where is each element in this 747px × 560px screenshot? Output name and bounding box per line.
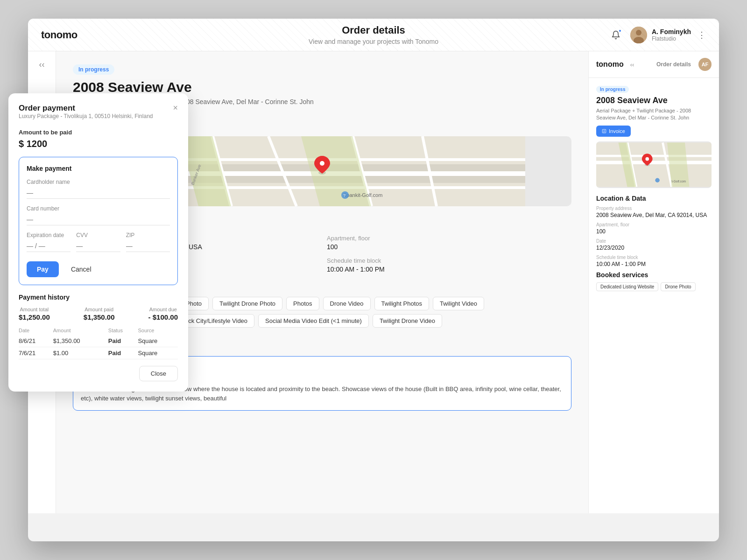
user-name: A. Fominykh	[652, 28, 691, 35]
rp-back-icon[interactable]: ‹‹	[630, 61, 634, 68]
cvv-label: CVV	[76, 232, 120, 238]
svg-text:t-Golf.com: t-Golf.com	[672, 180, 686, 183]
table-row: 7/6/21 $1.00 Paid Square	[19, 347, 178, 359]
close-button[interactable]: Close	[139, 366, 178, 381]
cancel-button[interactable]: Cancel	[63, 261, 99, 277]
row-date: 7/6/21	[19, 347, 53, 359]
row-date: 8/6/21	[19, 335, 53, 347]
service-tag: Twilight Photos	[374, 297, 429, 310]
col-amount: Amount	[53, 326, 108, 335]
header-right: A. Fominykh Flatstudio ⋮	[608, 27, 706, 43]
zip-input[interactable]	[126, 240, 170, 252]
amount-paid-label: Amount paid	[84, 307, 115, 312]
row-source: Square	[138, 335, 178, 347]
svg-rect-13	[596, 142, 712, 187]
order-address-title: 2008 Seaview Ave	[73, 79, 571, 95]
rp-date-value: 12/23/2020	[596, 245, 712, 251]
rp-content: In progress 2008 Seaview Ave Aerial Pack…	[589, 78, 719, 298]
notification-bell[interactable]	[608, 27, 624, 43]
notification-dot	[618, 29, 622, 33]
modal-close-button[interactable]: ×	[173, 104, 178, 112]
service-tag: Drone Video	[323, 297, 371, 310]
history-table: Date Amount Status Source 8/6/21 $1,350.…	[19, 326, 178, 359]
rp-map: t-Golf.com	[596, 141, 712, 188]
rp-apartment-label: Apartment, floor	[596, 222, 712, 227]
apartment-label: Apartment, floor	[327, 235, 571, 242]
row-source: Square	[138, 347, 178, 359]
card-number-input[interactable]	[27, 214, 170, 225]
rp-status-badge: In progress	[596, 86, 629, 93]
row-status: Paid	[108, 335, 138, 347]
amount-to-pay-value: $ 1200	[19, 139, 178, 149]
avatar	[630, 27, 647, 43]
rp-description: Aerial Package + Twilight Package - 2008…	[596, 107, 712, 122]
service-tag: Twilight Drone Photo	[212, 297, 282, 310]
user-role: Flatstudio	[652, 35, 691, 42]
status-badge: In progress	[73, 64, 114, 75]
rp-location-title: Location & Data	[596, 195, 712, 202]
rp-service-tag: Drone Photo	[661, 282, 695, 291]
service-tag: Twilight Drone Video	[373, 314, 442, 328]
rp-service-tag: Dedicated Listing Website	[596, 282, 658, 291]
expiration-label: Expiration date	[27, 232, 70, 238]
amount-total-label: Amount total	[19, 307, 50, 312]
col-date: Date	[19, 326, 53, 335]
svg-point-15	[655, 178, 660, 182]
rp-property-value: 2008 Seaview Ave, Del Mar, CA 92014, USA	[596, 212, 712, 218]
collapse-icon[interactable]: ‹‹	[39, 60, 45, 69]
rp-invoice-button[interactable]: Invoice	[596, 126, 631, 137]
more-options-icon[interactable]: ⋮	[698, 30, 706, 40]
amount-due-label: Amount due	[148, 307, 178, 312]
row-status: Paid	[108, 347, 138, 359]
service-tag: Social Media Video Edit (<1 minute)	[258, 314, 369, 328]
zip-label: ZIP	[126, 232, 170, 238]
service-tag: Twilight Video	[433, 297, 484, 310]
payment-buttons: Pay Cancel	[27, 261, 170, 277]
amount-paid-value: $1,350.00	[84, 313, 115, 321]
rp-location-section: Location & Data Property address 2008 Se…	[596, 195, 712, 267]
card-number-label: Card number	[27, 205, 170, 212]
svg-point-1	[636, 30, 641, 35]
rp-booked-services: Booked services Dedicated Listing Websit…	[596, 271, 712, 291]
card-number-field: Card number	[27, 205, 170, 225]
amount-due-value: - $100.00	[148, 313, 178, 321]
page-title: Order details	[309, 24, 438, 36]
expiration-field: Expiration date	[27, 232, 70, 252]
rp-logo: tonomo	[596, 60, 624, 69]
rp-avatar: AF	[698, 58, 712, 71]
rp-invoice-label: Invoice	[609, 128, 625, 134]
payment-history-title: Payment history	[19, 294, 178, 301]
rp-apartment-value: 100	[596, 228, 712, 235]
user-info: A. Fominykh Flatstudio	[630, 27, 691, 43]
schedule-label: Schedule time block	[327, 257, 571, 264]
make-payment-title: Make payment	[27, 165, 170, 172]
expiration-input[interactable]	[27, 240, 70, 252]
svg-text:Spankit-Golf.com: Spankit-Golf.com	[343, 192, 382, 198]
cvv-field: CVV	[76, 232, 120, 252]
rp-header: tonomo ‹‹ Order details AF	[589, 51, 719, 78]
modal-subtitle: Luxury Package - Tivolikuja 1, 00510 Hel…	[19, 113, 153, 119]
page-subtitle: View and manage your projects with Tonom…	[309, 38, 438, 45]
rp-booked-title: Booked services	[596, 271, 712, 279]
amount-total-item: Amount total $1,250.00	[19, 307, 50, 321]
rp-property-label: Property address	[596, 206, 712, 211]
pay-button[interactable]: Pay	[27, 261, 59, 277]
svg-text:?: ?	[343, 193, 345, 198]
rp-address-title: 2008 Seaview Ave	[596, 96, 712, 105]
cvv-input[interactable]	[76, 240, 120, 252]
table-row: 8/6/21 $1,350.00 Paid Square	[19, 335, 178, 347]
row-amount: $1.00	[53, 347, 108, 359]
svg-point-17	[645, 157, 649, 161]
payment-modal: Order payment Luxury Package - Tivolikuj…	[8, 93, 188, 392]
cardholder-input[interactable]	[27, 187, 170, 199]
make-payment-box: Make payment Cardholder name Card number…	[19, 157, 178, 285]
app-logo: tonomo	[41, 29, 78, 41]
col-status: Status	[108, 326, 138, 335]
col-source: Source	[138, 326, 178, 335]
svg-point-9	[320, 161, 324, 166]
zip-field: ZIP	[126, 232, 170, 252]
modal-title: Order payment	[19, 104, 153, 113]
service-tag: Photos	[286, 297, 319, 310]
amount-total-value: $1,250.00	[19, 313, 50, 321]
rp-tags-container: Dedicated Listing WebsiteDrone Photo	[596, 282, 712, 291]
